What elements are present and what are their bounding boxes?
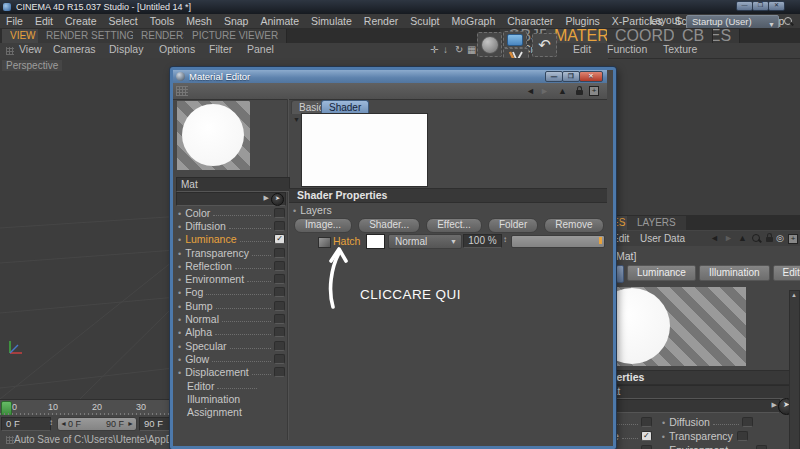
vmenu-panel[interactable]: Panel bbox=[240, 43, 281, 55]
preview-type-field[interactable]: ▶ ➤ bbox=[176, 192, 286, 206]
menu-mograph[interactable]: MoGraph bbox=[445, 15, 501, 27]
channel-bump[interactable]: Bump bbox=[173, 299, 285, 312]
slider-handle[interactable] bbox=[599, 237, 602, 244]
attr-scrollbar[interactable]: ▲ bbox=[789, 290, 800, 449]
scroll-up-icon[interactable]: ▲ bbox=[791, 292, 797, 298]
mode-button-illumination[interactable]: Illumination bbox=[699, 265, 770, 281]
menu-file[interactable]: File bbox=[0, 15, 29, 27]
undo-button[interactable]: ↶ bbox=[532, 33, 557, 57]
channel-checkbox[interactable] bbox=[274, 341, 285, 351]
opacity-slider[interactable] bbox=[511, 235, 605, 248]
vmenu-options[interactable]: Options bbox=[152, 43, 202, 55]
vmenu-display[interactable]: Display bbox=[102, 43, 150, 55]
channel-checkbox[interactable] bbox=[274, 274, 285, 284]
hatch-color-swatch[interactable] bbox=[366, 234, 385, 249]
channel-diffusion[interactable]: Diffusion bbox=[173, 219, 285, 232]
menu-snap[interactable]: Snap bbox=[218, 15, 255, 27]
shader-button[interactable]: Shader... bbox=[358, 218, 420, 233]
channel-checkbox[interactable] bbox=[274, 287, 285, 297]
tab-cb[interactable]: CB bbox=[674, 29, 713, 43]
channel-checkbox[interactable] bbox=[641, 445, 652, 449]
arrow-up-icon[interactable]: ▲ bbox=[738, 231, 747, 246]
preview-menu-icon[interactable]: ➤ bbox=[271, 193, 284, 206]
expand-arrow-icon[interactable]: ▶ bbox=[772, 401, 777, 409]
attr-menu-userdata[interactable]: User Data bbox=[640, 231, 685, 246]
channel-assignment[interactable]: Assignment bbox=[173, 405, 285, 418]
mode-button-editor[interactable]: Editor bbox=[773, 265, 800, 281]
remove-button[interactable]: Remove bbox=[544, 218, 603, 233]
channel-checkbox[interactable] bbox=[274, 208, 285, 218]
move-icon[interactable]: ✛ bbox=[430, 44, 438, 55]
menu-animate[interactable]: Animate bbox=[254, 15, 305, 27]
vmenu-cameras[interactable]: Cameras bbox=[46, 43, 103, 55]
mode-button-luminance[interactable]: Luminance bbox=[627, 265, 696, 281]
material-preview[interactable] bbox=[177, 101, 250, 170]
menu-create[interactable]: Create bbox=[59, 15, 103, 27]
search-icon[interactable] bbox=[752, 234, 760, 242]
attr-preview-type-field[interactable]: ▶ bbox=[608, 399, 780, 413]
channel-checkbox[interactable] bbox=[274, 301, 285, 311]
channel-checkbox[interactable] bbox=[742, 417, 753, 427]
blend-mode-dropdown[interactable]: Normal ▼ bbox=[388, 234, 462, 249]
frame-stepper-icon[interactable]: ↕ bbox=[49, 418, 53, 427]
channel-checkbox[interactable] bbox=[274, 327, 285, 337]
collapse-triangle-icon[interactable]: ▼ bbox=[293, 116, 300, 123]
channel-transparency[interactable]: Transparency bbox=[173, 246, 285, 259]
effect-button[interactable]: Effect... bbox=[426, 218, 482, 233]
me-minimize-button[interactable]: — bbox=[545, 71, 563, 82]
channel-environment[interactable]: Environment bbox=[173, 272, 285, 285]
channel-editor[interactable]: Editor bbox=[173, 379, 285, 392]
opacity-stepper-icon[interactable]: ↕ bbox=[503, 235, 507, 244]
channel-checkbox[interactable] bbox=[737, 431, 748, 441]
menu-tools[interactable]: Tools bbox=[144, 15, 181, 27]
history-back-icon[interactable]: ◄ bbox=[710, 231, 719, 246]
menu-sculpt[interactable]: Sculpt bbox=[404, 15, 445, 27]
maximize-button[interactable]: ❐ bbox=[752, 1, 769, 11]
rotate-icon[interactable]: ↻ bbox=[455, 44, 463, 55]
channel-displacement[interactable]: Displacement bbox=[173, 366, 285, 379]
shader-preview[interactable] bbox=[301, 113, 428, 187]
render-view-icon[interactable] bbox=[477, 32, 502, 57]
drag-handle-icon[interactable] bbox=[176, 86, 188, 96]
mmenu-function[interactable]: Function bbox=[600, 43, 654, 55]
arrow-down-icon[interactable]: ↓ bbox=[443, 44, 448, 55]
tab-shader[interactable]: Shader bbox=[321, 100, 369, 114]
minimize-button[interactable]: — bbox=[736, 1, 753, 11]
nav-up-icon[interactable]: ▲ bbox=[558, 86, 567, 96]
add-panel-icon[interactable]: + bbox=[788, 234, 798, 244]
channel-illumination[interactable]: Illumination bbox=[173, 392, 285, 405]
me-close-button[interactable]: ✕ bbox=[579, 71, 603, 82]
range-left-arrow-icon[interactable]: ◄ bbox=[60, 418, 67, 430]
image-button[interactable]: Image... bbox=[294, 218, 352, 233]
channel-color[interactable]: Color bbox=[173, 206, 285, 219]
channel-checkbox[interactable] bbox=[274, 354, 285, 364]
channel-reflection[interactable]: Reflection bbox=[173, 259, 285, 272]
material-editor-titlebar[interactable]: Material Editor — ❐ ✕ bbox=[173, 70, 607, 83]
channel-alpha[interactable]: Alpha bbox=[173, 326, 285, 339]
channel-checkbox[interactable] bbox=[274, 367, 285, 377]
range-right-arrow-icon[interactable]: ► bbox=[127, 418, 134, 430]
close-button[interactable]: ✕ bbox=[768, 1, 785, 11]
vmenu-view[interactable]: View bbox=[12, 43, 49, 55]
vmenu-filter[interactable]: Filter bbox=[202, 43, 239, 55]
channel-checkbox[interactable] bbox=[274, 248, 285, 258]
channel-checkbox[interactable] bbox=[756, 445, 767, 449]
material-name-field[interactable]: Mat bbox=[176, 177, 290, 192]
channel-checkbox[interactable] bbox=[274, 314, 285, 324]
attr-name-field[interactable]: at bbox=[608, 385, 791, 399]
panel-icon[interactable]: ▦ bbox=[467, 44, 476, 55]
mmenu-texture[interactable]: Texture bbox=[656, 43, 704, 55]
nav-forward-icon[interactable]: ► bbox=[540, 86, 549, 96]
tab-layers[interactable]: LAYERS bbox=[627, 216, 686, 230]
target-icon[interactable]: ◎ bbox=[776, 231, 784, 246]
lock-icon[interactable] bbox=[766, 237, 773, 242]
channel-fog[interactable]: Fog bbox=[173, 286, 285, 299]
menu-simulate[interactable]: Simulate bbox=[305, 15, 358, 27]
mode-button-sliver[interactable] bbox=[616, 265, 624, 283]
channel-luminance[interactable]: Luminance✓ bbox=[173, 233, 285, 246]
menu-character[interactable]: Character bbox=[501, 15, 559, 27]
menu-plugins[interactable]: Plugins bbox=[559, 15, 605, 27]
history-forward-icon[interactable]: ► bbox=[724, 231, 733, 246]
channel-checkbox-checked[interactable]: ✓ bbox=[274, 234, 285, 244]
folder-button[interactable]: Folder bbox=[488, 218, 538, 233]
